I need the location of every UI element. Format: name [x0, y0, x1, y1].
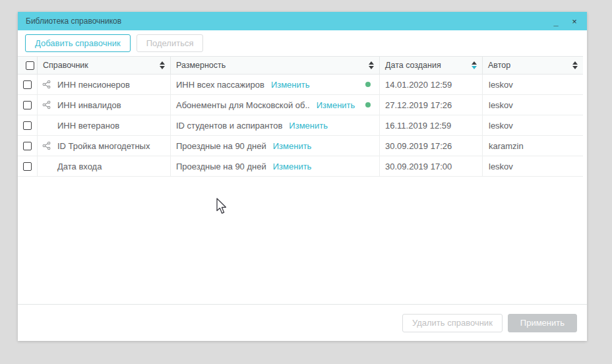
- directory-name: ИНН ветеранов: [57, 121, 119, 131]
- edit-link[interactable]: Изменить: [289, 121, 328, 131]
- sort-icon[interactable]: [369, 61, 374, 69]
- window-title: Библиотека справочников: [26, 16, 551, 26]
- column-header-directory[interactable]: Справочник: [37, 57, 170, 74]
- sort-icon[interactable]: [472, 61, 477, 69]
- author: leskov: [483, 100, 513, 110]
- created-date: 27.12.2019 17:26: [380, 100, 452, 110]
- share-button[interactable]: Поделиться: [137, 34, 204, 52]
- shared-icon: [42, 100, 51, 109]
- icon-spacer: [42, 162, 51, 171]
- edit-link[interactable]: Изменить: [271, 80, 310, 90]
- dialog-footer: Удалить справочник Применить: [18, 304, 587, 341]
- select-all-cell: [18, 57, 37, 74]
- close-button[interactable]: ×: [570, 16, 579, 26]
- created-date: 30.09.2019 17:00: [380, 162, 452, 171]
- active-status-dot: [365, 82, 371, 87]
- column-label: Дата создания: [385, 61, 441, 70]
- edit-link[interactable]: Изменить: [273, 141, 312, 151]
- row-checkbox[interactable]: [23, 80, 32, 89]
- directory-name: ИНН инвалидов: [57, 100, 121, 110]
- active-status-dot: [365, 102, 371, 107]
- window-controls: _ ×: [551, 16, 579, 26]
- created-date: 14.01.2020 12:59: [380, 80, 452, 90]
- dimension-name: Проездные на 90 дней: [176, 141, 266, 151]
- sort-icon[interactable]: [572, 61, 578, 69]
- shared-icon: [42, 141, 51, 150]
- dimension-name: Проездные на 90 дней: [176, 162, 266, 171]
- author: leskov: [483, 80, 513, 90]
- created-date: 16.11.2019 12:59: [380, 121, 451, 131]
- row-checkbox[interactable]: [23, 121, 32, 130]
- add-directory-button[interactable]: Добавить справочник: [25, 34, 131, 52]
- shared-icon: [42, 80, 51, 89]
- column-label: Автор: [488, 61, 510, 70]
- table-row: ИНН инвалидов Абонементы для Московской …: [18, 95, 583, 115]
- table-row: ID Тройка многодетных Проездные на 90 дн…: [18, 136, 583, 156]
- column-label: Справочник: [43, 61, 88, 70]
- table-row: Дата входа Проездные на 90 дней Изменить…: [18, 156, 583, 177]
- icon-spacer: [42, 121, 51, 130]
- column-label: Размерность: [176, 61, 226, 70]
- directory-name: ID Тройка многодетных: [57, 141, 150, 151]
- minimize-button[interactable]: _: [551, 16, 561, 26]
- author: leskov: [483, 162, 513, 171]
- sort-icon[interactable]: [160, 61, 165, 69]
- column-header-dimension[interactable]: Размерность: [170, 57, 379, 74]
- titlebar: Библиотека справочников _ ×: [18, 12, 587, 30]
- apply-button[interactable]: Применить: [508, 314, 577, 332]
- toolbar: Добавить справочник Поделиться: [18, 30, 587, 56]
- author: leskov: [483, 121, 513, 131]
- row-checkbox[interactable]: [23, 162, 32, 171]
- dimension-name: ID студентов и аспирантов: [176, 121, 282, 131]
- delete-directory-button[interactable]: Удалить справочник: [402, 314, 503, 332]
- created-date: 30.09.2019 17:26: [380, 141, 452, 151]
- row-checkbox[interactable]: [23, 142, 32, 150]
- column-header-author[interactable]: Автор: [482, 57, 583, 74]
- directories-table: Справочник Размерность Дата создания Авт…: [18, 56, 583, 177]
- directory-name: Дата входа: [57, 162, 102, 171]
- table-row: ИНН ветеранов ID студентов и аспирантов …: [18, 115, 583, 136]
- row-checkbox[interactable]: [23, 101, 32, 109]
- column-header-created[interactable]: Дата создания: [379, 57, 482, 74]
- directory-name: ИНН пенсионеров: [57, 80, 130, 90]
- table-header-row: Справочник Размерность Дата создания Авт…: [18, 56, 583, 75]
- dimension-name: Абонементы для Московской об..: [176, 100, 310, 110]
- select-all-checkbox[interactable]: [26, 61, 34, 70]
- dimension-name: ИНН всех пассажиров: [176, 80, 264, 90]
- edit-link[interactable]: Изменить: [273, 162, 312, 171]
- author: karamzin: [483, 141, 524, 151]
- table-row: ИНН пенсионеров ИНН всех пассажиров Изме…: [18, 75, 583, 95]
- directory-library-dialog: Библиотека справочников _ × Добавить спр…: [18, 12, 587, 341]
- edit-link[interactable]: Изменить: [317, 100, 355, 110]
